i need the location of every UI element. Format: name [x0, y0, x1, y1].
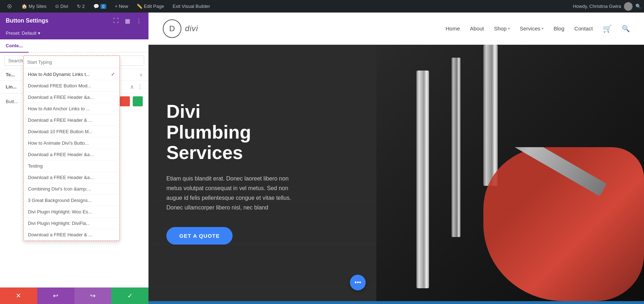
panel-title: Button Settings: [6, 18, 48, 24]
dropdown-item-text: Download a FREE Header &a...: [28, 95, 94, 100]
services-chevron: ▾: [542, 26, 543, 30]
dropdown-item[interactable]: Download a FREE Header & ...: [24, 115, 119, 126]
dropdown-search-input[interactable]: [27, 59, 116, 65]
dropdown-item-text: Download a FREE Header & ...: [28, 232, 92, 237]
hero-title-line3: Services: [166, 142, 243, 163]
hero-image: [376, 45, 644, 301]
dropdown-item[interactable]: 3 Great Background Designs...: [24, 195, 119, 206]
main-area: Button Settings ⛶ ▦ ⋮ Preset: Default ▾ …: [0, 13, 644, 304]
dropdown-item-text: How to Add Dynamic Links t...: [28, 72, 90, 77]
pipe-2: [452, 58, 460, 237]
undo-icon: ↩: [53, 292, 58, 300]
hero-left: Divi Plumbing Services Etiam quis blandi…: [148, 45, 376, 301]
my-sites-item[interactable]: 🏠 My Sites: [19, 0, 49, 13]
link-section-label: Lin...: [6, 84, 16, 90]
dropdown-item[interactable]: Download a FREE Header &a...: [24, 149, 119, 160]
preset-bar: Preset: Default ▾: [0, 29, 148, 39]
color-swatch-red[interactable]: [120, 96, 130, 106]
dropdown-item[interactable]: Divi Plugin Highlight: Woo Es...: [24, 206, 119, 218]
exit-builder-item[interactable]: Exit Visual Builder: [170, 0, 213, 13]
save-button[interactable]: ✓: [111, 288, 148, 304]
dropdown-item-text: Testing: [28, 163, 43, 169]
blog-label: Blog: [553, 25, 564, 32]
tab-content[interactable]: Conte...: [0, 39, 29, 53]
about-label: About: [470, 25, 484, 32]
comments-item[interactable]: ↻ 2: [74, 0, 88, 13]
admin-bar: ☉ 🏠 My Sites ⊙ Divi ↻ 2 💬 0 + New ✏️ Edi…: [0, 0, 644, 13]
dropdown-item[interactable]: Download a FREE Header & ...: [24, 229, 119, 241]
edit-page-item[interactable]: ✏️ Edit Page: [134, 0, 167, 13]
dropdown-item[interactable]: Combining Divi's Icon &amp;...: [24, 183, 119, 195]
tab-content-label: Conte...: [6, 43, 23, 48]
comment-count: 0: [101, 4, 106, 9]
dropdown-item-text: Download a FREE Header &a...: [28, 152, 94, 157]
dropdown-item[interactable]: Download a FREE Header &a...: [24, 92, 119, 103]
nav-contact[interactable]: Contact: [574, 25, 593, 32]
cart-icon[interactable]: 🛒: [603, 24, 612, 33]
divi-item[interactable]: ⊙ Divi: [52, 0, 71, 13]
nav-blog[interactable]: Blog: [553, 25, 564, 32]
hero-description: Etiam quis blandit erat. Donec laoreet l…: [166, 174, 302, 213]
refresh-icon: ↻: [77, 4, 81, 9]
expand-icon[interactable]: ⛶: [112, 17, 120, 25]
comments-count: 2: [82, 4, 85, 9]
divi-circle-icon: ⊙: [55, 4, 59, 9]
comment-bubble-item[interactable]: 💬 0: [91, 0, 109, 13]
dropdown-item-text: How to Animate Divi's Butto...: [28, 140, 89, 146]
new-item[interactable]: + New: [112, 0, 131, 13]
link-more-icon[interactable]: ⋮: [137, 83, 143, 90]
hero-title-line2: Plumbing: [166, 122, 251, 143]
dropdown-item[interactable]: How to Animate Divi's Butto...: [24, 137, 119, 149]
dropdown-item[interactable]: Download 10 FREE Button M...: [24, 126, 119, 137]
dropdown-item[interactable]: Download a FREE Header &a...: [24, 172, 119, 183]
hero-right: [376, 45, 644, 301]
howdy-label: Howdy, Christina Gwira: [573, 4, 621, 9]
check-icon: ✓: [111, 71, 115, 77]
redo-icon: ↪: [90, 292, 96, 300]
dropdown-item-text: Download a FREE Header &a...: [28, 175, 94, 180]
dropdown-item[interactable]: How to Add Anchor Links to ...: [24, 103, 119, 115]
wp-logo-item[interactable]: ☉: [3, 0, 16, 13]
link-chevron-up[interactable]: ∧: [130, 83, 134, 90]
edit-page-label: Edit Page: [144, 4, 164, 9]
search-icon[interactable]: 🔍: [622, 25, 630, 33]
nav-shop[interactable]: Shop ▾: [494, 25, 510, 32]
float-icon: •••: [355, 279, 361, 286]
comment-icon: 💬: [93, 4, 99, 9]
redo-button[interactable]: ↪: [74, 288, 112, 304]
nav-home[interactable]: Home: [445, 25, 460, 32]
grid-icon[interactable]: ▦: [123, 17, 131, 25]
search-admin-icon[interactable]: 🔍: [635, 4, 641, 9]
admin-bar-right: Howdy, Christina Gwira 🔍: [573, 2, 641, 11]
nav-about[interactable]: About: [470, 25, 484, 32]
dropdown-item[interactable]: Download FREE Button Mod...: [24, 80, 119, 92]
dropdown-item[interactable]: Testing: [24, 160, 119, 172]
dropdown-items-list: How to Add Dynamic Links t...✓Download F…: [24, 68, 119, 241]
text-chevron-down[interactable]: ∨: [140, 72, 143, 77]
dropdown-item-text: Download a FREE Header & ...: [28, 117, 92, 123]
undo-button[interactable]: ↩: [37, 288, 74, 304]
panel-header: Button Settings ⛶ ▦ ⋮: [0, 13, 148, 29]
blue-accent-bar: [148, 301, 644, 304]
text-section-label: Te...: [6, 72, 15, 77]
services-label: Services: [520, 25, 541, 32]
get-quote-label: GET A QUOTE: [179, 233, 220, 239]
home-label: Home: [445, 25, 460, 32]
float-action-button[interactable]: •••: [350, 275, 366, 290]
logo-letter: D: [169, 24, 175, 33]
dropdown-item-text: How to Add Anchor Links to ...: [28, 106, 90, 111]
dropdown-item-text: Combining Divi's Icon &amp;...: [28, 186, 91, 192]
get-quote-button[interactable]: GET A QUOTE: [166, 227, 233, 245]
cancel-button[interactable]: ✕: [0, 288, 37, 304]
tab-area: Conte...: [0, 39, 148, 53]
preset-chevron[interactable]: ▾: [38, 30, 40, 36]
dropdown-item[interactable]: How to Add Dynamic Links t...✓: [24, 68, 119, 80]
left-panel: Button Settings ⛶ ▦ ⋮ Preset: Default ▾ …: [0, 13, 148, 304]
color-swatch-green[interactable]: [133, 96, 143, 106]
house-icon: 🏠: [21, 4, 27, 9]
more-icon[interactable]: ⋮: [135, 17, 143, 25]
site-nav-links: Home About Shop ▾ Services ▾ Blog Contac: [445, 24, 630, 33]
dropdown-item[interactable]: Divi Plugin Highlight: DiviFla...: [24, 218, 119, 229]
nav-services[interactable]: Services ▾: [520, 25, 544, 32]
dropdown-item-text: Divi Plugin Highlight: DiviFla...: [28, 221, 90, 226]
